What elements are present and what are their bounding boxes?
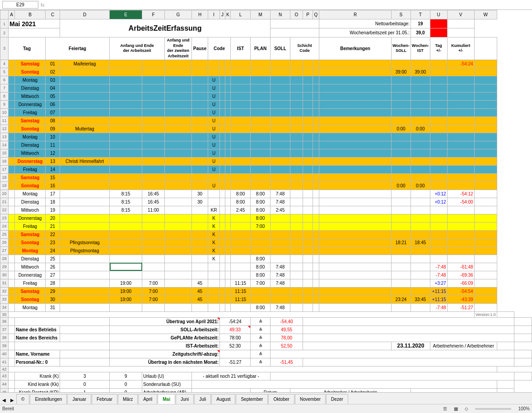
empty-r1b: [447, 19, 474, 28]
tab-november[interactable]: November: [295, 394, 326, 404]
col-pause-header: Pause: [192, 37, 208, 60]
col-R[interactable]: R: [319, 10, 392, 19]
app-title: ArbeitsZeitErfassung: [60, 19, 271, 37]
table-row: 7 Dienstag 04 U: [0, 84, 532, 92]
col-G[interactable]: G: [165, 10, 192, 19]
table-row: 13 Montag 10 U: [0, 133, 532, 141]
table-row: 9 Donnerstag 06 U: [0, 100, 532, 108]
status-view-normal[interactable]: ☰: [443, 406, 447, 411]
tab-maerz[interactable]: März: [118, 394, 138, 404]
col-anfang2-header: Anfang und Ende der zweiten Arbeitszeit: [165, 37, 192, 60]
spreadsheet: fx: [0, 0, 532, 413]
col-code-header: Code: [208, 37, 231, 60]
col-plan-header: PLAN: [251, 37, 271, 60]
table-row: 10 Freitag 07 U: [0, 108, 532, 116]
table-row: 5 Sonntag 02: [0, 68, 532, 76]
table-row: 21 Dienstag 18 8:15 16:45 30 8:00 8:00 7…: [0, 198, 532, 206]
col-schicht-header: Schicht Code: [290, 37, 319, 60]
col-A[interactable]: A: [9, 10, 15, 19]
table-row: 8 Mittwoch 05 U: [0, 92, 532, 100]
tab-oktober[interactable]: Oktober: [268, 394, 294, 404]
net-work-value: 19: [411, 19, 430, 28]
summary-row-40: 40 Name, Vorname Zeitgutschrift/-abzug: …: [0, 350, 532, 358]
summary-row-39: 39 IST-Arbeitszeit: 52:30 ≙ 52,50 23.11.…: [0, 342, 532, 350]
col-tagpm-header: Tag +/-: [430, 37, 447, 60]
table-row: 28 Dienstag 25 K 8:00: [0, 255, 532, 263]
col-C[interactable]: C: [46, 10, 60, 19]
red-cell2: [430, 28, 447, 37]
status-ready: Bereit: [2, 406, 14, 411]
col-wist-header: Wochen- IST: [411, 37, 430, 60]
grid-container: A B C D E F G H I J K L M N O P Q: [0, 10, 532, 392]
col-wsoll-header: Wochen- SOLL: [392, 37, 411, 60]
tab-juni[interactable]: Juni: [176, 394, 194, 404]
status-view-page[interactable]: ◇: [465, 406, 468, 411]
month-year: Mai 2021: [9, 19, 60, 28]
table-row: 33 Sonntag 30 19:00 7:00 45 11:15 23:24: [0, 295, 532, 303]
col-T[interactable]: T: [411, 10, 430, 19]
summary-row-38: 38 Name des Bereichs GePLANte Arbeitszei…: [0, 334, 532, 342]
empty-r3: [474, 37, 497, 60]
col-P[interactable]: P: [303, 10, 313, 19]
empty-row: 42: [0, 366, 532, 372]
col-E[interactable]: E: [110, 10, 142, 19]
col-Q[interactable]: Q: [313, 10, 319, 19]
tab-februar[interactable]: Februar: [92, 394, 117, 404]
col-U[interactable]: U: [430, 10, 447, 19]
tab-januar[interactable]: Januar: [67, 394, 91, 404]
table-row: 34 Montag 31 8:00 7:48 -7:48 -51:27: [0, 303, 532, 311]
status-bar: Bereit ☰ ▦ ◇ 100%: [0, 404, 532, 413]
tab-copyright[interactable]: ©: [16, 394, 29, 404]
col-N[interactable]: N: [271, 10, 290, 19]
col-feiertag-header: Feiertag: [46, 37, 110, 60]
col-J[interactable]: J: [220, 10, 225, 19]
tab-mai[interactable]: Mai: [158, 394, 175, 404]
table-row: 16 Donnerstag 13 Christi Himmelfahrt U: [0, 157, 532, 165]
zoom-level: 100%: [518, 406, 530, 411]
col-L[interactable]: L: [231, 10, 251, 19]
tab-scroll-left[interactable]: ◀: [0, 396, 8, 404]
tab-scroll-right[interactable]: ▶: [8, 396, 16, 404]
tab-einstellungen[interactable]: Einstellungen: [30, 394, 67, 404]
col-F[interactable]: F: [142, 10, 165, 19]
table-row: 11 Samstag 08 U: [0, 116, 532, 125]
tab-juli[interactable]: Juli: [194, 394, 211, 404]
col-O[interactable]: O: [290, 10, 303, 19]
col-M[interactable]: M: [251, 10, 271, 19]
col-tag-header: Tag: [9, 37, 46, 60]
net-work-label: Nettoarbeitstage:: [319, 19, 411, 28]
tab-september[interactable]: September: [236, 394, 268, 404]
col-D[interactable]: D: [60, 10, 110, 19]
tab-april[interactable]: April: [138, 394, 157, 404]
status-view-layout[interactable]: ▦: [454, 406, 458, 411]
formula-sep: fx: [41, 2, 45, 8]
col-kum-header: Kumuliert +/-: [447, 37, 474, 60]
col-anfang-header: Anfang und Ende der Arbeitszeit: [110, 37, 165, 60]
table-row: 4 Samstag 01 Maifeiertag: [0, 60, 532, 68]
table-row: 17 Freitag 14 U: [0, 165, 532, 173]
table-row: 31 Freitag 28 19:00 7:00 45 11:15 7:00 7…: [0, 279, 532, 287]
col-H[interactable]: H: [192, 10, 208, 19]
row-2-num: 2: [0, 28, 9, 37]
table-row: 23 Donnerstag 20 K 8:00: [0, 214, 532, 222]
table-row: 12 Sonntag 09 Muttertag U 0:00 0:00: [0, 125, 532, 133]
table-row: 25 Samstag 22 K: [0, 230, 532, 238]
table-row: 18 Samstag 15: [0, 173, 532, 181]
zoom-slider[interactable]: [475, 408, 511, 410]
weekly-work-label: Wochenarbeitszeit per 31.05.:: [319, 28, 411, 37]
col-K[interactable]: K: [225, 10, 231, 19]
summary-row-41: 41 Personal-Nr.: 0 Übertrag in den nächs…: [0, 358, 532, 366]
col-B[interactable]: B: [15, 10, 46, 19]
corner-cell: [0, 10, 9, 19]
col-S[interactable]: S: [392, 10, 411, 19]
col-V[interactable]: V: [447, 10, 474, 19]
col-I[interactable]: I: [208, 10, 220, 19]
tab-august[interactable]: August: [211, 394, 235, 404]
table-row: 24 Freitag 21 K 7:00: [0, 222, 532, 230]
summary-row-43: 43 Krank (K) 3 9 Urlaub (U) - aktuell no…: [0, 372, 532, 380]
name-box[interactable]: [2, 1, 38, 9]
table-row: 26 Sonntag 23 Pfingstsonntag K 18:21 18:…: [0, 238, 532, 246]
col-W[interactable]: W: [474, 10, 497, 19]
summary-row-36: 36 Übertrag von April 2021: -54:24 ≙ -54…: [0, 317, 532, 325]
tab-dezember[interactable]: Dezer: [326, 394, 348, 404]
